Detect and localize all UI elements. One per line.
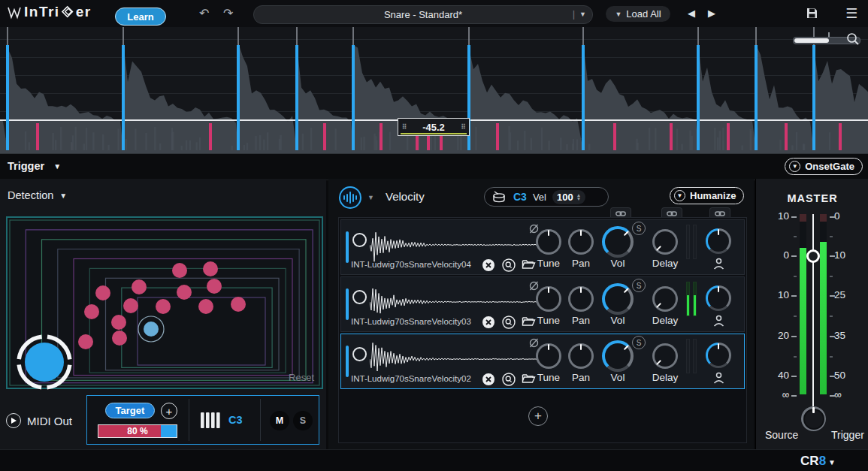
step-down-icon[interactable]: ▼ xyxy=(576,197,581,201)
output-velocity-knob[interactable] xyxy=(706,343,731,368)
next-preset-button[interactable]: ▶ xyxy=(708,8,715,19)
delay-knob[interactable] xyxy=(652,229,678,255)
sample-row[interactable]: INT-Ludwig70sSnareVelocity04 S xyxy=(340,219,745,275)
detection-dot[interactable] xyxy=(177,285,192,300)
logo-text-right: er xyxy=(76,4,92,20)
source-dropdown-icon[interactable]: ▼ xyxy=(367,194,374,201)
sample-source-icon[interactable] xyxy=(339,186,361,209)
undo-icon[interactable]: ↶ xyxy=(199,6,209,20)
magnifier-icon[interactable] xyxy=(846,32,860,46)
master-knob[interactable] xyxy=(801,406,826,431)
waveform-display[interactable]: ⠿ -45.2 ⠿ xyxy=(0,27,868,153)
onsetgate-dropdown-icon[interactable]: ▼ xyxy=(789,161,800,172)
output-velocity-knob[interactable] xyxy=(706,285,731,311)
detection-main-knob[interactable] xyxy=(15,333,74,391)
person-icon[interactable] xyxy=(713,258,724,270)
person-icon[interactable] xyxy=(713,315,724,327)
velocity-note-value[interactable]: C3 xyxy=(513,191,527,203)
pan-knob[interactable] xyxy=(568,343,594,369)
solo-button[interactable]: S xyxy=(293,411,313,430)
volume-knob[interactable] xyxy=(602,226,634,258)
meter-tick xyxy=(830,236,833,237)
sample-row[interactable]: INT-Ludwig70sSnareVelocity02 S xyxy=(340,334,745,389)
detection-dot[interactable] xyxy=(132,279,147,294)
tune-knob[interactable] xyxy=(536,229,561,255)
target-button[interactable]: Target xyxy=(105,403,155,418)
sample-select-radio[interactable] xyxy=(352,233,367,247)
detection-dot[interactable] xyxy=(84,304,99,319)
sample-select-radio[interactable] xyxy=(352,347,367,361)
drag-handle-icon[interactable]: ⠿ xyxy=(402,123,407,131)
reset-button[interactable]: Reset xyxy=(289,372,314,383)
pan-knob[interactable] xyxy=(568,229,594,255)
menu-icon[interactable]: ☰ xyxy=(845,5,857,22)
pan-knob[interactable] xyxy=(568,286,594,312)
onsetgate-button[interactable]: ▼ OnsetGate xyxy=(785,158,863,175)
sample-row[interactable]: INT-Ludwig70sSnareVelocity03 S xyxy=(340,276,745,332)
remove-sample-icon[interactable] xyxy=(482,258,495,272)
detection-dot[interactable] xyxy=(95,285,110,300)
detection-dot[interactable] xyxy=(207,279,222,294)
preset-selector[interactable]: Snare - Standard* | ▼ xyxy=(253,5,593,24)
preview-sample-icon[interactable] xyxy=(502,373,516,386)
detection-dot-selected[interactable] xyxy=(144,322,159,337)
stepper-arrows[interactable]: ▲▼ xyxy=(576,193,581,201)
remove-sample-icon[interactable] xyxy=(482,373,495,386)
sample-name: INT-Ludwig70sSnareVelocity04 xyxy=(351,260,471,269)
add-target-button[interactable]: + xyxy=(161,403,177,419)
redo-icon[interactable]: ↷ xyxy=(223,6,233,20)
zoom-slider-handle[interactable] xyxy=(828,32,830,37)
preset-dropdown[interactable]: | ▼ xyxy=(573,8,586,20)
preview-sample-icon[interactable] xyxy=(502,316,516,329)
delay-knob[interactable] xyxy=(652,343,678,369)
detection-dot[interactable] xyxy=(172,263,187,278)
master-scale-left-label: 10 xyxy=(767,210,789,222)
save-icon[interactable] xyxy=(806,7,818,20)
solo-badge[interactable]: S xyxy=(632,279,646,292)
solo-badge[interactable]: S xyxy=(632,336,646,349)
note-velocity-pill[interactable]: C3 Vel 100 ▲▼ xyxy=(484,187,609,207)
midi-note-value[interactable]: C3 xyxy=(228,414,243,426)
load-all-button[interactable]: ▼ Load All xyxy=(606,6,670,22)
master-fader-track[interactable] xyxy=(812,214,814,409)
volume-knob[interactable] xyxy=(602,340,634,372)
meter-tick xyxy=(791,295,797,297)
humanize-dropdown-icon[interactable]: ▼ xyxy=(674,190,685,201)
detection-dot[interactable] xyxy=(123,298,138,313)
detection-dot[interactable] xyxy=(156,299,171,314)
tune-knob[interactable] xyxy=(536,343,561,369)
detection-dot[interactable] xyxy=(198,299,213,314)
preview-sample-icon[interactable] xyxy=(502,258,516,272)
prev-preset-button[interactable]: ◀ xyxy=(688,8,695,19)
add-sample-button[interactable]: + xyxy=(528,406,548,426)
delay-knob[interactable] xyxy=(652,286,678,312)
midi-out-play-icon[interactable] xyxy=(6,413,21,428)
remove-sample-icon[interactable] xyxy=(482,316,495,329)
velocity-value-stepper[interactable]: 100 ▲▼ xyxy=(552,190,585,204)
drag-handle-icon[interactable]: ⠿ xyxy=(461,123,465,131)
master-fader-handle[interactable] xyxy=(806,249,820,263)
person-icon[interactable] xyxy=(713,372,724,384)
threshold-value-box[interactable]: ⠿ -45.2 ⠿ xyxy=(398,118,470,136)
meter-tick xyxy=(830,395,835,397)
cr8-logo-menu[interactable]: CR8 ▼ xyxy=(800,454,836,469)
master-scale-right-label: ∞ xyxy=(834,389,842,400)
detection-section-toggle[interactable]: Detection ▼ xyxy=(8,189,67,201)
output-velocity-knob[interactable] xyxy=(706,228,731,254)
sample-select-radio[interactable] xyxy=(352,290,367,304)
detection-dot[interactable] xyxy=(78,334,93,349)
detection-dot[interactable] xyxy=(111,315,126,330)
detection-dot[interactable] xyxy=(203,261,218,276)
detection-dot[interactable] xyxy=(231,297,246,312)
humanize-button[interactable]: ▼ Humanize xyxy=(670,187,744,204)
trigger-section-toggle[interactable]: Trigger ▼ xyxy=(8,160,61,172)
detection-scatter-pad[interactable]: Reset xyxy=(6,216,323,389)
learn-button[interactable]: Learn xyxy=(115,8,166,26)
mute-button[interactable]: M xyxy=(270,411,289,430)
solo-badge[interactable]: S xyxy=(632,222,646,235)
volume-knob[interactable] xyxy=(602,283,634,315)
detection-dot[interactable] xyxy=(112,331,127,346)
target-percent-bar[interactable]: 80 % xyxy=(98,424,177,438)
chevron-down-icon: ▼ xyxy=(615,11,622,18)
tune-knob[interactable] xyxy=(536,286,561,312)
